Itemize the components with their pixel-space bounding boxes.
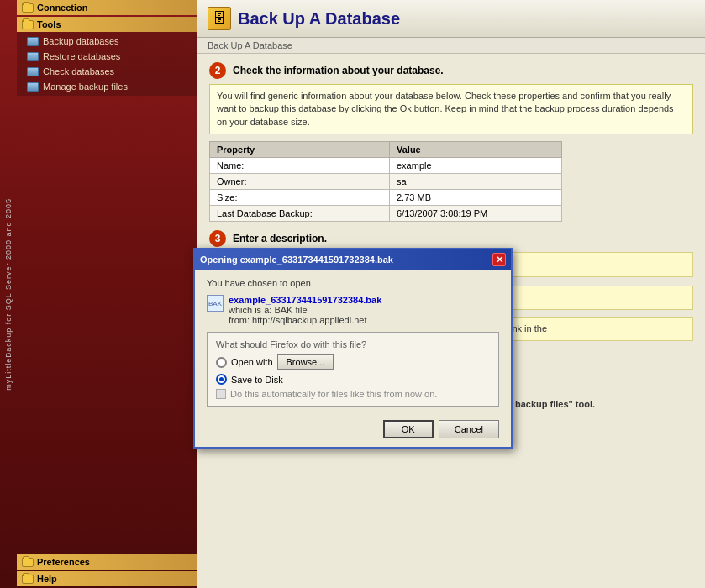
folder-icon-help	[22, 575, 34, 584]
what-to-do-box: What should Firefox do with this file? O…	[207, 332, 499, 407]
tools-items: Backup databases Restore databases Check…	[17, 32, 197, 96]
dialog-title: Opening example_633173441591732384.bak	[200, 255, 393, 265]
ok-button[interactable]: OK	[383, 420, 434, 438]
sidebar-section-connection: Connection	[17, 0, 197, 15]
property-owner-label: Owner:	[210, 174, 390, 190]
save-to-disk-radio[interactable]	[216, 374, 227, 385]
sidebar-item-tools[interactable]: Tools	[17, 17, 197, 32]
sidebar-section-preferences: Preferences	[17, 554, 197, 570]
file-open-dialog: Opening example_633173441591732384.bak ✕…	[193, 248, 513, 449]
dialog-body: You have chosen to open BAK example_6331…	[195, 270, 511, 447]
step-2-number: 2	[209, 62, 226, 79]
sidebar-item-backup-databases[interactable]: Backup databases	[17, 34, 197, 49]
sidebar-item-preferences[interactable]: Preferences	[17, 554, 197, 570]
sidebar-section-tools: Tools Backup databases Restore databases…	[17, 17, 197, 96]
sidebar-item-manage-backup-files[interactable]: Manage backup files	[17, 79, 197, 94]
app-header: Back Up A Database	[197, 0, 705, 38]
db-properties-table: Property Value Name: example Owner: sa S…	[209, 141, 562, 222]
step-3-number: 3	[209, 230, 226, 247]
app-rotated-label: myLittleBackup for SQL Server 2000 and 2…	[0, 0, 17, 588]
cancel-button[interactable]: Cancel	[439, 420, 499, 438]
what-to-do-label: What should Firefox do with this file?	[216, 339, 490, 349]
step-2-info: You will find generic information about …	[209, 84, 693, 134]
open-with-label: Open with	[231, 357, 273, 367]
breadcrumb: Back Up A Database	[197, 38, 705, 54]
sidebar: myLittleBackup for SQL Server 2000 and 2…	[0, 0, 197, 588]
file-type: which is a: BAK file	[229, 305, 381, 315]
sidebar-item-help[interactable]: Help	[17, 571, 197, 586]
step-3-title: Enter a description.	[233, 233, 327, 244]
table-row: Owner: sa	[210, 174, 562, 190]
property-size-value: 2.73 MB	[390, 190, 562, 206]
table-row: Last Database Backup: 6/13/2007 3:08:19 …	[210, 206, 562, 222]
folder-icon-tools	[22, 20, 34, 29]
save-to-disk-label: Save to Disk	[231, 375, 283, 385]
folder-icon	[22, 3, 34, 13]
step-2-section: 2 Check the information about your datab…	[209, 62, 693, 222]
property-size-label: Size:	[210, 190, 390, 206]
table-row: Name: example	[210, 158, 562, 174]
property-name-label: Name:	[210, 158, 390, 174]
auto-label: Do this automatically for files like thi…	[230, 389, 437, 399]
browse-button[interactable]: Browse...	[277, 354, 334, 370]
open-with-radio[interactable]	[216, 357, 227, 368]
file-info: example_633173441591732384.bak which is …	[229, 295, 381, 325]
dialog-close-button[interactable]: ✕	[492, 253, 506, 266]
step-2-title: Check the information about your databas…	[233, 65, 444, 76]
table-row: Size: 2.73 MB	[210, 190, 562, 206]
property-name-value: example	[390, 158, 562, 174]
property-owner-value: sa	[390, 174, 562, 190]
dialog-titlebar: Opening example_633173441591732384.bak ✕	[195, 249, 511, 270]
file-from: from: http://sqlbackup.appliedi.net	[229, 315, 381, 325]
folder-icon-preferences	[22, 558, 34, 567]
auto-checkbox[interactable]	[216, 389, 226, 399]
file-name: example_633173441591732384.bak	[229, 295, 381, 305]
dialog-buttons: OK Cancel	[207, 417, 499, 438]
auto-checkbox-row: Do this automatically for files like thi…	[216, 389, 490, 399]
step-2-header: 2 Check the information about your datab…	[209, 62, 693, 79]
backup-db-big-icon	[208, 7, 231, 30]
file-display: BAK example_633173441591732384.bak which…	[207, 295, 499, 325]
sidebar-section-help: Help	[17, 571, 197, 586]
restore-db-icon	[27, 52, 39, 61]
open-with-option[interactable]: Open with Browse...	[216, 354, 490, 370]
sidebar-item-connection[interactable]: Connection	[17, 0, 197, 15]
dialog-intro-text: You have chosen to open	[207, 278, 499, 288]
check-db-icon	[27, 67, 39, 76]
backup-db-icon	[27, 37, 39, 46]
table-header-property: Property	[210, 142, 390, 158]
table-header-value: Value	[390, 142, 562, 158]
property-lastbackup-label: Last Database Backup:	[210, 206, 390, 222]
sidebar-item-check-databases[interactable]: Check databases	[17, 64, 197, 79]
bak-file-icon: BAK	[207, 295, 224, 312]
property-lastbackup-value: 6/13/2007 3:08:19 PM	[390, 206, 562, 222]
page-title: Back Up A Database	[238, 9, 400, 29]
sidebar-item-restore-databases[interactable]: Restore databases	[17, 49, 197, 64]
save-to-disk-option[interactable]: Save to Disk	[216, 374, 490, 385]
manage-backup-icon	[27, 82, 39, 92]
step-3-header: 3 Enter a description.	[209, 230, 693, 247]
